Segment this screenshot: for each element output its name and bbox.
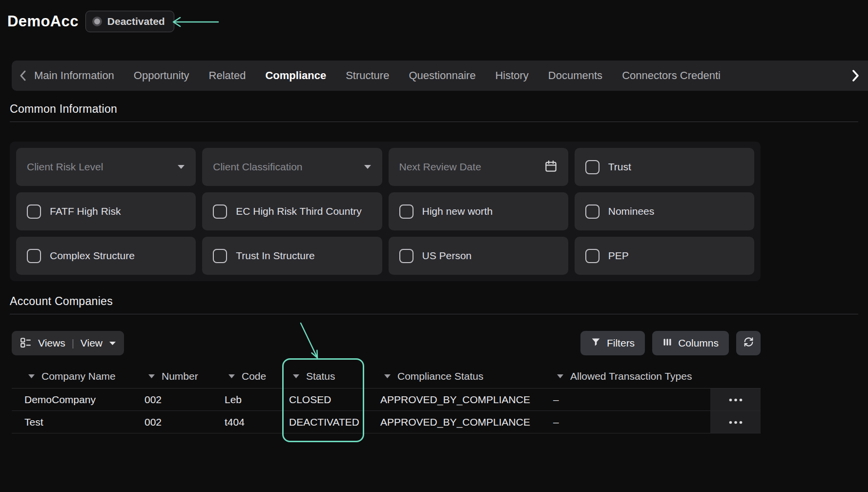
column-header-allowed-transaction-types[interactable]: Allowed Transaction Types <box>540 364 710 388</box>
tab-opportunity[interactable]: Opportunity <box>134 69 189 82</box>
section-title-account-companies: Account Companies <box>10 295 868 308</box>
next-review-date-field[interactable]: Next Review Date <box>389 148 568 186</box>
table-toolbar: Views | View Filters Columns <box>12 331 761 355</box>
views-selector[interactable]: Views | View <box>12 331 124 355</box>
views-icon <box>20 336 32 350</box>
row-actions-cell <box>710 411 761 433</box>
checkbox-label: Trust <box>608 161 631 173</box>
ec-high-risk-third-country-field[interactable]: EC High Risk Third Country <box>202 192 382 230</box>
chevron-down-icon[interactable] <box>293 374 299 378</box>
calendar-icon <box>544 160 558 175</box>
cell-compliance-status: APPROVED_BY_COMPLIANCE <box>368 411 540 433</box>
pep-field[interactable]: PEP <box>575 237 754 275</box>
fatf-high-risk-field[interactable]: FATF High Risk <box>16 192 196 230</box>
table-header-row: Company Name Number Code Status Complian… <box>12 364 761 389</box>
status-badge: Deactivated <box>85 11 174 32</box>
tab-structure[interactable]: Structure <box>346 69 389 82</box>
tab-main-information[interactable]: Main Information <box>34 69 114 82</box>
current-view-label: View <box>81 337 103 349</box>
checkbox-label: High new worth <box>422 205 493 217</box>
columns-icon <box>662 337 672 349</box>
table-row[interactable]: DemoCompany 002 Leb CLOSED APPROVED_BY_C… <box>12 389 761 411</box>
checkbox-label: PEP <box>608 250 629 262</box>
trust-in-structure-field[interactable]: Trust In Structure <box>202 237 382 275</box>
views-label: Views <box>38 337 65 349</box>
column-label: Status <box>306 370 335 382</box>
filter-icon <box>591 337 601 349</box>
nominees-checkbox[interactable] <box>585 205 599 219</box>
status-dot-icon <box>92 17 102 26</box>
cell-number: 002 <box>132 411 212 433</box>
checkbox-label: EC High Risk Third Country <box>236 205 362 217</box>
chevron-down-icon <box>177 163 185 171</box>
trust-field[interactable]: Trust <box>575 148 754 186</box>
cell-company-name: DemoCompany <box>12 389 132 410</box>
complex-structure-checkbox[interactable] <box>27 249 41 263</box>
chevron-down-icon[interactable] <box>557 374 563 378</box>
chevron-down-icon[interactable] <box>28 374 35 378</box>
tab-related[interactable]: Related <box>209 69 246 82</box>
nominees-field[interactable]: Nominees <box>575 192 754 230</box>
filters-button[interactable]: Filters <box>580 331 645 355</box>
row-actions-button[interactable] <box>720 414 751 430</box>
tab-bar: Main Information Opportunity Related Com… <box>12 61 868 91</box>
chevron-down-icon[interactable] <box>228 374 235 378</box>
chevron-down-icon[interactable] <box>384 374 391 378</box>
refresh-icon <box>743 336 755 350</box>
select-placeholder: Client Risk Level <box>27 161 103 173</box>
column-header-company-name[interactable]: Company Name <box>12 364 132 388</box>
column-header-compliance-status[interactable]: Compliance Status <box>368 364 540 388</box>
cell-compliance-status: APPROVED_BY_COMPLIANCE <box>368 389 540 410</box>
row-actions-button[interactable] <box>720 391 751 408</box>
fatf-high-risk-checkbox[interactable] <box>27 205 41 219</box>
columns-button[interactable]: Columns <box>652 331 729 355</box>
column-header-status[interactable]: Status <box>276 364 368 388</box>
page-header: DemoAcc Deactivated <box>7 10 868 33</box>
cell-allowed-transaction-types: – <box>540 411 710 433</box>
filters-button-label: Filters <box>607 337 635 349</box>
table-row[interactable]: Test 002 t404 DEACTIVATED APPROVED_BY_CO… <box>12 411 761 433</box>
tab-compliance[interactable]: Compliance <box>265 69 326 82</box>
trust-in-structure-checkbox[interactable] <box>213 249 227 263</box>
ellipsis-icon <box>729 418 743 426</box>
column-header-code[interactable]: Code <box>212 364 276 388</box>
tab-questionnaire[interactable]: Questionnaire <box>409 69 475 82</box>
client-risk-level-select[interactable]: Client Risk Level <box>16 148 196 186</box>
checkbox-label: FATF High Risk <box>50 205 121 217</box>
refresh-button[interactable] <box>736 331 761 355</box>
high-new-worth-checkbox[interactable] <box>399 205 413 219</box>
tabs-scroll-right-icon[interactable] <box>852 70 859 82</box>
tab-history[interactable]: History <box>495 69 528 82</box>
account-companies-table: Company Name Number Code Status Complian… <box>12 364 761 433</box>
trust-checkbox[interactable] <box>585 160 599 174</box>
tab-connectors-credentials[interactable]: Connectors Credenti <box>622 69 721 82</box>
column-label: Number <box>162 370 198 382</box>
cell-number: 002 <box>132 389 212 410</box>
client-classification-select[interactable]: Client Classification <box>202 148 382 186</box>
ec-high-risk-third-country-checkbox[interactable] <box>213 205 227 219</box>
columns-button-label: Columns <box>678 337 719 349</box>
common-information-panel: Client Risk Level Client Classification … <box>10 142 761 281</box>
column-header-number[interactable]: Number <box>132 364 212 388</box>
section-divider <box>10 314 858 314</box>
tabs-scroll-left-icon[interactable] <box>20 70 26 81</box>
high-new-worth-field[interactable]: High new worth <box>389 192 568 230</box>
column-label: Compliance Status <box>397 370 483 382</box>
views-separator: | <box>72 338 74 349</box>
cell-code: Leb <box>212 389 276 410</box>
section-divider <box>10 122 858 122</box>
toolbar-right-group: Filters Columns <box>580 331 761 355</box>
chevron-down-icon[interactable] <box>148 374 155 378</box>
us-person-checkbox[interactable] <box>399 249 413 263</box>
status-badge-label: Deactivated <box>107 16 165 27</box>
section-title-common-information: Common Information <box>10 102 868 116</box>
us-person-field[interactable]: US Person <box>389 237 568 275</box>
tab-list: Main Information Opportunity Related Com… <box>34 69 852 82</box>
checkbox-label: Trust In Structure <box>236 250 314 262</box>
column-label: Company Name <box>41 370 116 382</box>
tab-documents[interactable]: Documents <box>548 69 602 82</box>
chevron-down-icon <box>109 339 116 348</box>
date-placeholder: Next Review Date <box>399 161 481 173</box>
complex-structure-field[interactable]: Complex Structure <box>16 237 196 275</box>
pep-checkbox[interactable] <box>585 249 599 263</box>
